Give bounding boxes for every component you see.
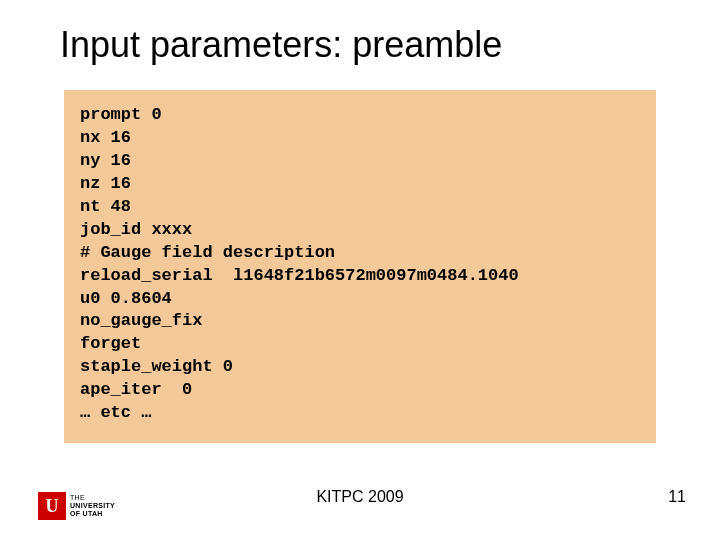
code-line: ape_iter 0 <box>80 379 640 402</box>
code-line: nt 48 <box>80 196 640 219</box>
slide: Input parameters: preamble prompt 0 nx 1… <box>0 0 720 540</box>
code-line: # Gauge field description <box>80 242 640 265</box>
u-logo-icon: U <box>38 492 66 520</box>
logo-text: THE UNIVERSITY OF UTAH <box>70 494 115 517</box>
code-line: ny 16 <box>80 150 640 173</box>
code-line: prompt 0 <box>80 104 640 127</box>
code-line: nz 16 <box>80 173 640 196</box>
logo-line2: UNIVERSITY <box>70 502 115 510</box>
code-line: reload_serial l1648f21b6572m0097m0484.10… <box>80 265 640 288</box>
page-number: 11 <box>668 488 686 506</box>
slide-title: Input parameters: preamble <box>60 24 660 66</box>
university-logo: U THE UNIVERSITY OF UTAH <box>38 492 115 520</box>
footer-center: KITPC 2009 <box>316 488 403 506</box>
code-line: nx 16 <box>80 127 640 150</box>
code-block: prompt 0 nx 16 ny 16 nz 16 nt 48 job_id … <box>64 90 656 443</box>
logo-line3: OF UTAH <box>70 510 115 518</box>
logo-line1: THE <box>70 494 115 502</box>
code-line: job_id xxxx <box>80 219 640 242</box>
code-line: … etc … <box>80 402 640 425</box>
code-line: staple_weight 0 <box>80 356 640 379</box>
code-line: u0 0.8604 <box>80 288 640 311</box>
code-line: forget <box>80 333 640 356</box>
code-line: no_gauge_fix <box>80 310 640 333</box>
